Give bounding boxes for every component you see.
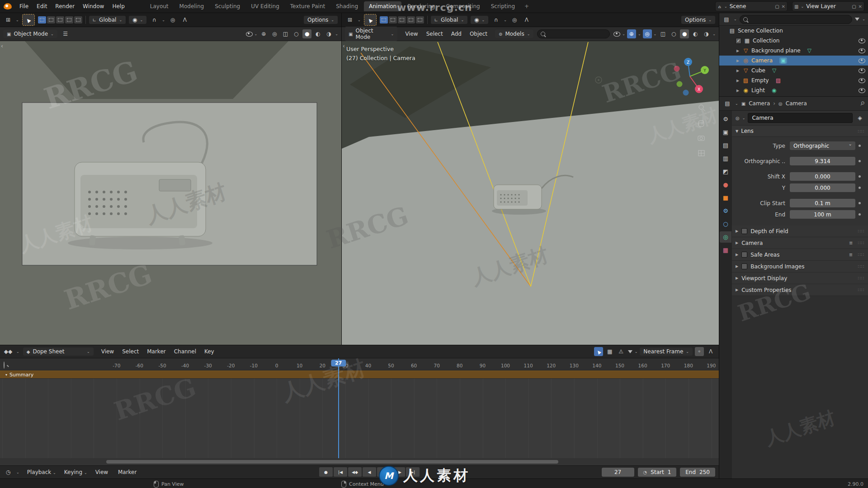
summary-disclosure-icon[interactable]: ▾: [5, 373, 7, 377]
disclosure-icon[interactable]: ▶: [736, 69, 740, 73]
lens-panel-header[interactable]: ▼ Lens ∷∷: [732, 125, 868, 137]
proportional-editing-icon[interactable]: ◦: [695, 347, 704, 356]
transport-button[interactable]: |◀: [334, 467, 347, 477]
falloff-curve-icon[interactable]: Λ: [180, 15, 189, 24]
falloff-curve-icon[interactable]: Λ: [706, 347, 715, 356]
gizmo-axis-z-neg[interactable]: [683, 90, 689, 96]
datablock-name-field[interactable]: Camera: [748, 113, 853, 123]
properties-tab[interactable]: ◩: [720, 166, 731, 177]
playbar-menu[interactable]: Keying ⌄: [60, 468, 91, 477]
user-perspective-canvas[interactable]: ‹ User Perspective (27) Collection | Cam…: [342, 41, 719, 345]
property-value-field[interactable]: 0.000: [790, 172, 855, 181]
hide-eye-icon[interactable]: [859, 58, 865, 63]
camera-view-canvas[interactable]: ‹: [0, 41, 341, 345]
shading-wireframe-icon[interactable]: ○: [669, 29, 678, 38]
options-dropdown[interactable]: Options⌄: [681, 16, 715, 24]
properties-tab[interactable]: ●: [720, 179, 731, 190]
collapse-arrow[interactable]: ‹: [343, 43, 345, 49]
viewport-menu[interactable]: View: [401, 29, 422, 38]
viewport-menu[interactable]: Object: [466, 29, 491, 38]
panel-grip-icon[interactable]: ∷∷: [858, 129, 864, 134]
falloff-curve-icon[interactable]: Λ: [522, 15, 531, 24]
viewport-menu[interactable]: Add: [447, 29, 466, 38]
animate-dot[interactable]: [855, 160, 863, 162]
properties-tab[interactable]: ▦: [720, 244, 731, 256]
properties-tab[interactable]: ▥: [720, 153, 731, 164]
collapse-arrow[interactable]: ‹: [1, 43, 3, 49]
dope-sheet-mode-dropdown[interactable]: ◆Dope Sheet⌄: [23, 347, 94, 356]
fake-user-shield-icon[interactable]: ◈: [855, 113, 864, 122]
shading-wireframe-icon[interactable]: ○: [292, 29, 301, 38]
editor-type-icon[interactable]: ⊞: [345, 15, 354, 24]
outliner-search-input[interactable]: [740, 15, 853, 24]
backdrop-plane[interactable]: [25, 41, 288, 99]
select-mode-intersect[interactable]: [416, 16, 424, 23]
panel-enable-checkbox[interactable]: [741, 228, 747, 234]
proportional-editing-icon[interactable]: ◎: [168, 15, 177, 24]
select-mode-subtract[interactable]: [398, 16, 406, 23]
hide-eye-icon[interactable]: [859, 78, 865, 83]
playbar-menu[interactable]: Playback ⌄: [23, 468, 60, 477]
asset-browser-dropdown[interactable]: ⊚Models⌄: [495, 30, 533, 38]
shading-material-icon[interactable]: ◐: [313, 29, 322, 38]
scene-selector[interactable]: 🜁⌄ Scene ▢✕: [715, 1, 788, 11]
workspace-tab[interactable]: Shading: [331, 1, 363, 11]
hide-eye-icon[interactable]: [859, 48, 865, 53]
horizontal-scrollbar-thumb[interactable]: [106, 460, 558, 464]
editor-type-icon[interactable]: ⊞: [4, 15, 13, 24]
viewport-menu[interactable]: Select: [422, 29, 447, 38]
xray-toggle-icon[interactable]: ◫: [281, 29, 290, 38]
dope-sheet-menu[interactable]: View: [97, 347, 118, 356]
transport-button[interactable]: ●: [319, 467, 333, 477]
select-mode-new[interactable]: [38, 16, 46, 23]
editor-type-icon[interactable]: ◷: [4, 468, 13, 477]
playbar-menu[interactable]: View: [91, 468, 114, 477]
pivot-point-dropdown[interactable]: ◉⌄: [129, 16, 146, 24]
topbar-menu[interactable]: Window: [79, 2, 108, 11]
shading-solid-icon[interactable]: ●: [680, 29, 689, 38]
playbar-menu[interactable]: Marker: [114, 468, 141, 477]
properties-tab[interactable]: ▤: [720, 140, 731, 151]
only-selected-toggle-icon[interactable]: ▲: [594, 347, 603, 356]
workspace-tab[interactable]: Sculpting: [210, 1, 245, 11]
pivot-point-dropdown[interactable]: ◉⌄: [471, 16, 488, 24]
filter-funnel-icon[interactable]: [628, 350, 632, 353]
properties-tab[interactable]: ■: [720, 192, 731, 203]
select-mode-subtract[interactable]: [56, 16, 64, 23]
snap-mode-dropdown[interactable]: Nearest Frame⌄: [640, 347, 693, 356]
outliner-row[interactable]: ▶ ◉ Light ◉: [719, 85, 868, 95]
view-layer-selector[interactable]: ▥⌄ View Layer ▢✕: [792, 1, 864, 11]
breadcrumb-object[interactable]: Camera: [749, 100, 770, 107]
timeline-ruler[interactable]: -70-60-50-40-30-20-100102030405060708090…: [0, 358, 719, 371]
snap-magnet-icon[interactable]: ∩: [491, 15, 500, 24]
outliner-row[interactable]: ▶ ◎ Camera ▣: [719, 56, 868, 66]
frame-end-field[interactable]: End250: [680, 468, 715, 477]
editor-type-icon[interactable]: ▤: [722, 15, 731, 24]
keyframe-grid-area[interactable]: [0, 377, 719, 458]
property-value-field[interactable]: 9.314: [790, 157, 855, 165]
topbar-menu[interactable]: Help: [108, 2, 128, 11]
animate-dot[interactable]: [855, 187, 863, 189]
properties-tab[interactable]: ○: [720, 218, 731, 230]
gizmos-toggle-icon[interactable]: ⊕: [259, 29, 268, 38]
delete-scene-icon[interactable]: ✕: [782, 4, 785, 9]
panel-grip-icon[interactable]: ∷∷: [858, 287, 864, 292]
hide-eye-icon[interactable]: [859, 38, 865, 43]
properties-tab[interactable]: ▣: [720, 127, 731, 138]
properties-tab[interactable]: ◎: [720, 231, 731, 243]
xray-toggle-icon[interactable]: ◫: [658, 29, 667, 38]
gizmos-toggle-icon[interactable]: ⊕: [627, 29, 636, 38]
mode-dropdown[interactable]: ▣Object Mode⌄: [3, 30, 57, 38]
property-value-field[interactable]: 0.000: [790, 183, 855, 192]
panel-enable-checkbox[interactable]: [741, 252, 747, 258]
workspace-tab[interactable]: Scripting: [486, 1, 520, 11]
snap-magnet-icon[interactable]: ∩: [150, 15, 159, 24]
transform-orientation-dropdown[interactable]: ∟Global⌄: [431, 16, 467, 24]
shading-material-icon[interactable]: ◐: [691, 29, 700, 38]
properties-tab[interactable]: ⚙: [720, 205, 731, 216]
select-mode-intersect[interactable]: [74, 16, 82, 23]
select-box-tool-button[interactable]: ▲: [364, 14, 377, 26]
show-hidden-toggle-icon[interactable]: ▦: [605, 347, 614, 356]
pin-icon[interactable]: ⚲: [859, 100, 866, 107]
hide-eye-icon[interactable]: [859, 88, 865, 93]
